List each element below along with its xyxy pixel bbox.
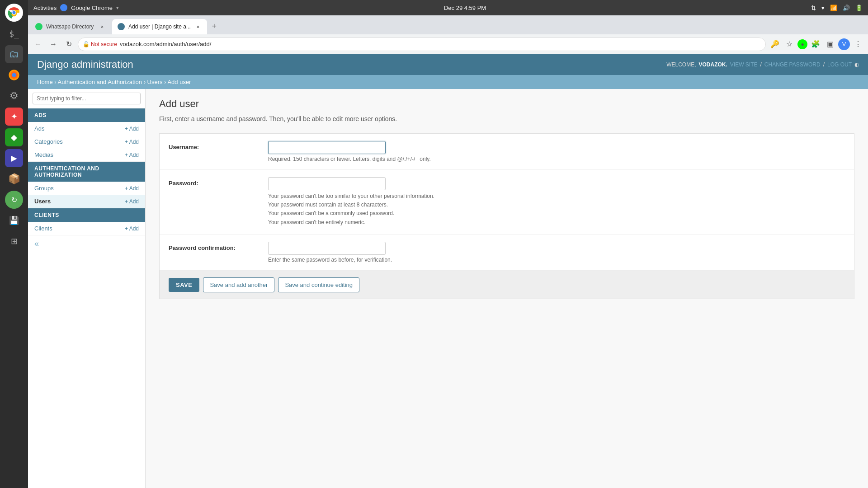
breadcrumb-auth[interactable]: Authentication and Authorization	[58, 79, 142, 85]
sidebar-add-clients[interactable]: + Add	[125, 225, 139, 232]
username-input[interactable]	[268, 141, 386, 154]
sidebar-item-users[interactable]: Users + Add	[28, 195, 145, 208]
password-manager-button[interactable]: 🔑	[769, 38, 781, 51]
django-admin-title: Django administration	[37, 59, 133, 70]
sidebar-section-clients: CLIENTS Clients + Add	[28, 208, 145, 235]
password-input[interactable]	[268, 177, 386, 190]
page-title: Add user	[159, 98, 854, 110]
taskbar-update-icon[interactable]: ↻	[5, 191, 23, 209]
password-hint-3: Your password can't be a commonly used p…	[268, 209, 845, 218]
svg-point-5	[12, 73, 16, 77]
username-display: VODAZOK.	[698, 61, 727, 68]
address-bar[interactable]: 🔓 Not secure vodazok.com/admin/auth/user…	[78, 38, 766, 51]
password-hints: Your password can't be too similar to yo…	[268, 192, 845, 227]
lock-icon: 🔓	[83, 41, 90, 47]
django-header: Django administration WELCOME, VODAZOK. …	[28, 54, 868, 75]
sidebar-toggle-button[interactable]: ▣	[824, 38, 836, 51]
forward-button[interactable]: →	[47, 38, 60, 51]
taskbar-storage-icon[interactable]: 💾	[5, 211, 23, 230]
password-hint-1: Your password can't be too similar to yo…	[268, 192, 845, 201]
sidebar-item-medias-label: Medias	[34, 151, 53, 158]
breadcrumb-current: Add user	[167, 79, 191, 85]
svg-point-2	[13, 11, 16, 14]
sidebar-item-ads-label: Ads	[34, 125, 44, 132]
back-button[interactable]: ←	[32, 38, 44, 51]
extension2-button[interactable]: 🧩	[809, 38, 822, 51]
os-icon1: ⇅	[811, 5, 816, 11]
os-icon2: ▾	[821, 5, 825, 11]
os-topbar: Activities Google Chrome ▾ Dec 29 4:59 P…	[28, 0, 868, 15]
breadcrumb-users[interactable]: Users	[147, 79, 163, 85]
tab-whatsapp[interactable]: Whatsapp Directory ×	[30, 19, 111, 34]
taskbar-chrome-icon[interactable]	[5, 4, 23, 22]
sidebar-collapse-btn[interactable]: «	[28, 235, 145, 252]
sidebar-add-medias[interactable]: + Add	[125, 152, 139, 158]
sidebar-item-clients[interactable]: Clients + Add	[28, 222, 145, 235]
sidebar-item-categories-label: Categories	[34, 138, 63, 145]
password-confirm-field: Enter the same password as before, for v…	[268, 242, 845, 263]
sidebar-filter-input[interactable]	[33, 93, 141, 104]
os-battery-icon: 🔋	[855, 5, 863, 11]
password-confirm-label: Password confirmation:	[169, 242, 268, 251]
activities-label[interactable]: Activities	[33, 5, 57, 11]
django-admin-app: Django administration WELCOME, VODAZOK. …	[28, 54, 868, 488]
taskbar-app4-icon[interactable]: 📦	[5, 170, 23, 188]
tab-favicon-whatsapp	[35, 23, 42, 30]
view-site-link[interactable]: VIEW SITE	[730, 61, 758, 68]
username-hint: Required. 150 characters or fewer. Lette…	[268, 156, 845, 162]
taskbar-terminal-icon[interactable]: $_	[5, 24, 23, 42]
sidebar-item-groups-label: Groups	[34, 185, 54, 192]
new-tab-button[interactable]: +	[208, 20, 221, 33]
save-button[interactable]: SAVE	[169, 278, 199, 292]
sidebar-item-ads[interactable]: Ads + Add	[28, 122, 145, 135]
extension-button[interactable]: ●	[797, 39, 807, 49]
not-secure-label: Not secure	[91, 41, 117, 47]
password-hint-2: Your password must contain at least 8 ch…	[268, 201, 845, 209]
taskbar-app1-icon[interactable]: ✦	[5, 108, 23, 126]
sidebar-section-header-clients: CLIENTS	[28, 208, 145, 222]
sidebar-item-medias[interactable]: Medias + Add	[28, 148, 145, 161]
sidebar-add-categories[interactable]: + Add	[125, 139, 139, 145]
sidebar-add-users[interactable]: + Add	[125, 198, 139, 205]
password-confirm-hint: Enter the same password as before, for v…	[268, 257, 845, 263]
tab-title-django: Add user | Django site a...	[128, 23, 191, 30]
sidebar-section-auth: AUTHENTICATION AND AUTHORIZATION Groups …	[28, 162, 145, 208]
password-confirm-input[interactable]	[268, 242, 386, 255]
tab-django[interactable]: Add user | Django site a... ×	[112, 19, 207, 34]
form-actions: SAVE Save and add another Save and conti…	[160, 271, 854, 299]
log-out-link[interactable]: LOG OUT	[827, 61, 852, 68]
main-content: Add user First, enter a username and pas…	[146, 89, 868, 488]
dropdown-arrow[interactable]: ▾	[116, 5, 119, 11]
password-label: Password:	[169, 177, 268, 187]
form-row-password: Password: Your password can't be too sim…	[160, 170, 854, 235]
username-field: Required. 150 characters or fewer. Lette…	[268, 141, 845, 162]
tab-close-django[interactable]: ×	[194, 23, 202, 30]
taskbar-firefox-icon[interactable]	[5, 66, 23, 84]
sidebar-add-groups[interactable]: + Add	[125, 185, 139, 192]
sidebar: ADS Ads + Add Categories + Add Medias + …	[28, 89, 146, 488]
save-add-another-button[interactable]: Save and add another	[203, 277, 274, 292]
browser-tabs-bar: Whatsapp Directory × Add user | Django s…	[28, 15, 868, 34]
reload-button[interactable]: ↻	[62, 38, 75, 51]
profile-button[interactable]: V	[838, 38, 850, 50]
taskbar-app3-icon[interactable]: ▶	[5, 149, 23, 167]
sidebar-item-groups[interactable]: Groups + Add	[28, 182, 145, 195]
taskbar-app2-icon[interactable]: ◆	[5, 128, 23, 146]
sidebar-add-ads[interactable]: + Add	[125, 126, 139, 132]
django-body: ADS Ads + Add Categories + Add Medias + …	[28, 89, 868, 488]
tab-close-whatsapp[interactable]: ×	[99, 23, 106, 30]
taskbar-settings-icon[interactable]: ⚙	[5, 87, 23, 105]
breadcrumb-home[interactable]: Home	[37, 79, 53, 85]
bookmark-button[interactable]: ☆	[783, 38, 796, 51]
taskbar-grid-icon[interactable]: ⊞	[5, 232, 23, 250]
theme-toggle-icon[interactable]: ◐	[854, 61, 859, 68]
os-taskbar: $_ 🗂 ⚙ ✦ ◆ ▶ 📦 ↻ 💾 ⊞	[0, 0, 28, 488]
django-user-info: WELCOME, VODAZOK. VIEW SITE / CHANGE PAS…	[666, 61, 859, 68]
sidebar-item-categories[interactable]: Categories + Add	[28, 135, 145, 148]
nav-actions: 🔑 ☆ ● 🧩 ▣ V ⋮	[769, 38, 864, 51]
menu-button[interactable]: ⋮	[852, 38, 864, 51]
change-password-link[interactable]: CHANGE PASSWORD	[764, 61, 821, 68]
save-continue-editing-button[interactable]: Save and continue editing	[278, 277, 359, 292]
taskbar-files-icon[interactable]: 🗂	[5, 45, 23, 63]
chrome-favicon	[60, 4, 67, 11]
